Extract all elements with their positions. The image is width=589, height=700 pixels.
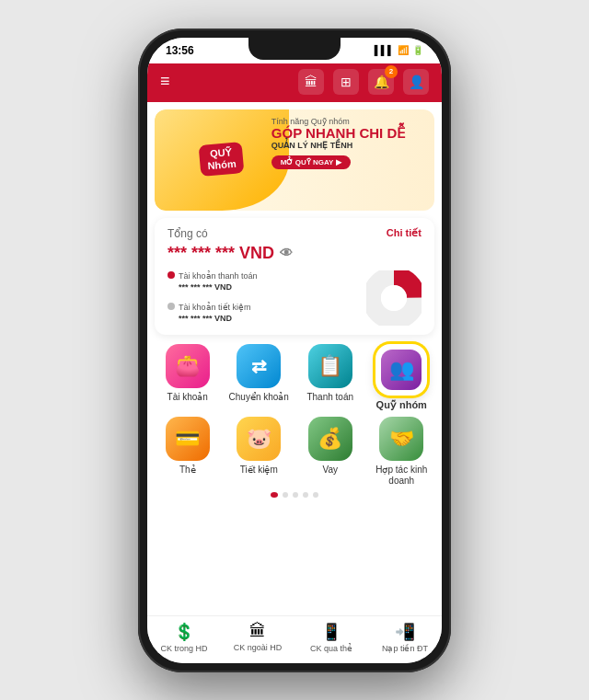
menu-item-thanh-toan[interactable]: 📋 Thanh toán [297, 344, 364, 411]
nav-ck-trong-hd[interactable]: 💲 CK trong HD [147, 622, 221, 654]
phone-screen: 13:56 ▌▌▌ 📶 🔋 ≡ 🏛 ⊞ 🔔 2 [147, 38, 442, 663]
profile-btn[interactable]: 👤 [403, 69, 429, 95]
payment-label: Tài khoản thanh toán [179, 270, 258, 282]
ck-trong-hd-label: CK trong HD [160, 644, 207, 654]
svg-point-2 [381, 285, 407, 311]
home-icon-btn[interactable]: 🏛 [298, 69, 324, 95]
savings-dot [167, 303, 175, 310]
balance-value: *** *** *** VND [167, 244, 274, 263]
balance-detail-link[interactable]: Chi tiết [387, 227, 422, 239]
savings-text: Tài khoản tiết kiệm *** *** *** VND [179, 302, 251, 325]
qr-icon-btn[interactable]: ⊞ [333, 69, 359, 95]
banner-art: QUỸ Nhóm [155, 109, 289, 211]
tiet-kiem-icon: 🐷 [237, 417, 281, 461]
menu-icons-section: 👛 Tài khoản ⇄ Chuyển khoản 📋 Thanh toán [147, 340, 442, 505]
banner-subtitle: QUẢN LÝ NHẸ TỀNH [271, 141, 425, 150]
hop-tac-label: Hợp tác kinh doanh [369, 465, 435, 487]
quy-nhom-badge: QUỸ Nhóm [199, 142, 245, 177]
menu-item-quy-nhom[interactable]: 👥 Quỹ nhóm [369, 344, 435, 411]
ck-ngoai-hd-icon: 🏛 [249, 622, 266, 641]
balance-amount: *** *** *** VND 👁 [167, 244, 422, 263]
nav-ck-ngoai-hd[interactable]: 🏛 CK ngoài HD [221, 622, 294, 654]
menu-item-chuyen-khoan[interactable]: ⇄ Chuyển khoản [226, 344, 293, 411]
notification-badge: 2 [385, 65, 398, 78]
user-icon: 👤 [409, 75, 424, 89]
menu-row-1: 👛 Tài khoản ⇄ Chuyển khoản 📋 Thanh toán [155, 344, 434, 411]
ck-qua-the-label: CK qua thẻ [310, 644, 352, 654]
menu-item-the[interactable]: 💳 Thẻ [155, 417, 221, 487]
the-icon: 💳 [166, 417, 210, 461]
balance-header: Tổng có Chi tiết [167, 227, 422, 240]
eye-toggle-icon[interactable]: 👁 [280, 246, 293, 260]
payment-value: *** *** *** VND [179, 281, 258, 293]
menu-row-2: 💳 Thẻ 🐷 Tiết kiệm 💰 Vay [155, 417, 434, 487]
dot-1 [271, 492, 278, 498]
header-left: ≡ [160, 72, 170, 91]
dot-3 [293, 492, 298, 498]
quy-nhom-label: Quỹ nhóm [376, 399, 427, 411]
hop-tac-icon: 🤝 [379, 417, 423, 461]
notch [248, 38, 341, 60]
nap-tien-label: Nạp tiền ĐT [382, 644, 428, 654]
banner-tagline: Tính năng Quỹ nhóm [271, 117, 425, 126]
balance-card: Tổng có Chi tiết *** *** *** VND 👁 Tài k… [155, 218, 434, 335]
tiet-kiem-label: Tiết kiệm [240, 465, 278, 476]
hamburger-icon[interactable]: ≡ [160, 72, 170, 91]
notification-btn[interactable]: 🔔 2 [368, 69, 394, 95]
balance-title: Tổng có [167, 227, 208, 240]
quy-nhom-menu-icon: 👥 [375, 344, 427, 396]
nav-nap-tien[interactable]: 📲 Nạp tiền ĐT [368, 622, 442, 654]
nap-tien-icon: 📲 [395, 622, 415, 642]
qr-icon: ⊞ [341, 75, 352, 89]
payment-text: Tài khoản thanh toán *** *** *** VND [179, 270, 258, 293]
account-savings: Tài khoản tiết kiệm *** *** *** VND [167, 302, 355, 326]
app-header: ≡ 🏛 ⊞ 🔔 2 👤 [147, 63, 442, 102]
menu-item-tiet-kiem[interactable]: 🐷 Tiết kiệm [226, 417, 293, 487]
status-icons: ▌▌▌ 📶 🔋 [375, 45, 423, 55]
signal-icon: ▌▌▌ [375, 45, 394, 55]
banner-cta-label: MỞ QUỸ NGAY [281, 158, 334, 166]
ck-trong-hd-icon: 💲 [174, 622, 194, 642]
dot-5 [313, 492, 318, 498]
dot-4 [303, 492, 308, 498]
pie-chart [366, 270, 422, 326]
account-payment: Tài khoản thanh toán *** *** *** VND [167, 270, 355, 294]
wifi-icon: 📶 [398, 45, 409, 55]
tai-khoan-icon: 👛 [166, 344, 210, 388]
chuyen-khoan-label: Chuyển khoản [229, 392, 289, 403]
chuyen-khoan-icon: ⇄ [237, 344, 281, 388]
vay-icon: 💰 [308, 417, 352, 461]
status-time: 13:56 [166, 44, 194, 57]
nav-ck-qua-the[interactable]: 📱 CK qua thẻ [294, 622, 368, 654]
payment-dot [167, 271, 175, 279]
header-right: 🏛 ⊞ 🔔 2 👤 [298, 69, 429, 95]
ck-qua-the-icon: 📱 [321, 622, 341, 642]
dot-2 [283, 492, 288, 498]
banner-content: Tính năng Quỹ nhóm GÓP NHANH CHI DỄ QUẢN… [271, 117, 425, 170]
thanh-toan-icon: 📋 [308, 344, 352, 388]
quy-nhom-inner-icon: 👥 [381, 350, 422, 390]
menu-item-tai-khoan[interactable]: 👛 Tài khoản [155, 344, 221, 411]
menu-item-hop-tac[interactable]: 🤝 Hợp tác kinh doanh [369, 417, 435, 487]
balance-breakdown: Tài khoản thanh toán *** *** *** VND Tài… [167, 270, 422, 326]
banner-title: GÓP NHANH CHI DỄ [271, 126, 425, 142]
vay-label: Vay [323, 465, 339, 476]
promo-banner[interactable]: QUỸ Nhóm Tính năng Quỹ nhóm GÓP NHANH CH… [155, 109, 434, 211]
ck-ngoai-hd-label: CK ngoài HD [234, 643, 283, 653]
pagination-dots [155, 492, 434, 498]
arrow-icon: ▶ [336, 158, 341, 166]
bottom-nav: 💲 CK trong HD 🏛 CK ngoài HD 📱 CK qua thẻ… [147, 615, 442, 663]
thanh-toan-label: Thanh toán [306, 392, 353, 403]
menu-item-vay[interactable]: 💰 Vay [297, 417, 364, 487]
the-label: Thẻ [179, 465, 196, 476]
battery-icon: 🔋 [412, 45, 423, 55]
phone-frame: 13:56 ▌▌▌ 📶 🔋 ≡ 🏛 ⊞ 🔔 2 [138, 29, 451, 672]
savings-label: Tài khoản tiết kiệm [179, 302, 251, 314]
tai-khoan-label: Tài khoản [167, 392, 208, 403]
savings-value: *** *** *** VND [179, 313, 251, 325]
banner-cta-button[interactable]: MỞ QUỸ NGAY ▶ [271, 155, 352, 169]
bank-icon: 🏛 [305, 75, 318, 89]
